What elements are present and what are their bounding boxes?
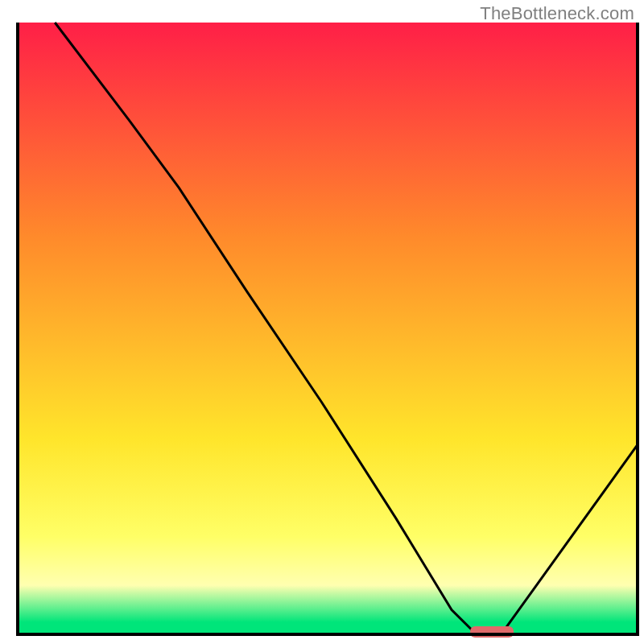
chart-root: TheBottleneck.com bbox=[0, 0, 644, 644]
plot-background bbox=[18, 23, 638, 634]
bottleneck-chart bbox=[0, 0, 644, 644]
watermark-text: TheBottleneck.com bbox=[480, 3, 634, 24]
